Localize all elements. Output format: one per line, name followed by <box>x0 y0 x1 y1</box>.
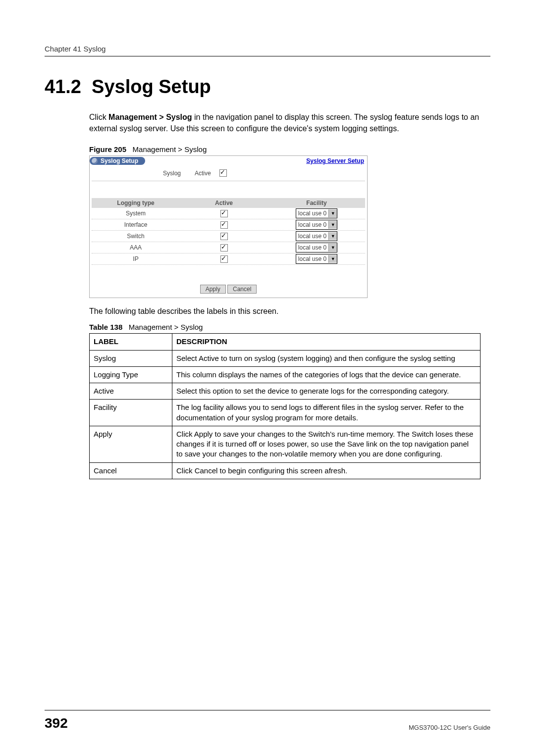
page-footer: 392 MGS3700-12C User's Guide <box>45 710 490 731</box>
section-number: 41.2 <box>45 76 81 97</box>
page-number: 392 <box>45 715 68 731</box>
cancel-button[interactable]: Cancel <box>227 285 257 294</box>
facility-select[interactable]: local use 0 ▼ <box>296 231 337 241</box>
row-name: AAA <box>92 244 180 251</box>
facility-select[interactable]: local use 0 ▼ <box>296 208 337 218</box>
table-row: Syslog Select Active to turn on syslog (… <box>90 350 481 366</box>
syslog-active-row: Syslog Active <box>92 167 365 181</box>
col-active: Active <box>180 198 268 208</box>
table-caption-text: Management > Syslog <box>129 323 203 331</box>
table-intro-text: The following table describes the labels… <box>89 307 490 316</box>
cell-desc: Click Apply to save your changes to the … <box>172 426 481 462</box>
intro-paragraph: Click Management > Syslog in the navigat… <box>89 111 490 134</box>
table-row: AAA local use 0 ▼ <box>92 242 365 253</box>
chevron-down-icon: ▼ <box>328 244 337 252</box>
row-active-checkbox[interactable] <box>220 244 228 252</box>
cell-label: Active <box>90 383 172 400</box>
cell-desc: Select Active to turn on syslog (system … <box>172 350 481 366</box>
syslog-label: Syslog <box>97 170 195 177</box>
col-logging-type: Logging type <box>92 198 180 208</box>
cell-desc: This column displays the names of the ca… <box>172 366 481 383</box>
cell-label: Facility <box>90 400 172 426</box>
table-row: Cancel Click Cancel to begin configuring… <box>90 462 481 479</box>
table-row: System local use 0 ▼ <box>92 208 365 219</box>
chevron-down-icon: ▼ <box>328 232 337 240</box>
panel-title-tab: Syslog Setup <box>90 157 145 165</box>
chevron-down-icon: ▼ <box>328 209 337 217</box>
cell-desc: Click Cancel to begin configuring this s… <box>172 462 481 479</box>
facility-value: local use 0 <box>298 232 328 240</box>
col-facility: Facility <box>268 198 365 208</box>
figure-caption: Figure 205 Management > Syslog <box>89 145 490 153</box>
logging-table: Logging type Active Facility System loca… <box>92 198 365 265</box>
facility-value: local use 0 <box>298 221 328 229</box>
row-name: Switch <box>92 233 180 240</box>
row-active-checkbox[interactable] <box>220 210 228 217</box>
cell-label: Logging Type <box>90 366 172 383</box>
table-row: IP local use 0 ▼ <box>92 253 365 265</box>
cell-desc: The log facility allows you to send logs… <box>172 400 481 426</box>
logging-table-head: Logging type Active Facility <box>92 198 365 208</box>
section-heading: 41.2 Syslog Setup <box>45 76 490 98</box>
intro-pre: Click <box>89 113 108 121</box>
figure-caption-text: Management > Syslog <box>133 145 207 153</box>
row-name: IP <box>92 255 180 262</box>
row-name: System <box>92 210 180 217</box>
cell-desc: Select this option to set the device to … <box>172 383 481 400</box>
facility-select[interactable]: local use 0 ▼ <box>296 243 337 252</box>
active-label: Active <box>195 170 219 177</box>
chevron-down-icon: ▼ <box>328 221 337 229</box>
table-header-row: LABEL DESCRIPTION <box>90 334 481 350</box>
cell-label: Syslog <box>90 350 172 366</box>
syslog-active-checkbox[interactable] <box>219 169 227 177</box>
figure-titlebar: Syslog Setup Syslog Server Setup <box>90 156 367 166</box>
row-active-checkbox[interactable] <box>220 255 228 263</box>
table-row: Switch local use 0 ▼ <box>92 231 365 242</box>
section-title-text: Syslog Setup <box>92 76 211 97</box>
apply-button[interactable]: Apply <box>200 285 226 294</box>
facility-value: local use 0 <box>298 244 328 252</box>
facility-select[interactable]: local use 0 ▼ <box>296 220 337 230</box>
guide-name: MGS3700-12C User's Guide <box>409 724 490 731</box>
th-description: DESCRIPTION <box>172 334 481 350</box>
facility-select[interactable]: local use 0 ▼ <box>296 254 337 264</box>
facility-value: local use 0 <box>298 209 328 217</box>
table-caption: Table 138 Management > Syslog <box>89 323 490 331</box>
syslog-server-setup-link[interactable]: Syslog Server Setup <box>306 157 364 164</box>
facility-value: local use 0 <box>298 255 328 263</box>
chevron-down-icon: ▼ <box>328 255 337 263</box>
description-table: LABEL DESCRIPTION Syslog Select Active t… <box>89 333 481 479</box>
cell-label: Apply <box>90 426 172 462</box>
table-caption-label: Table 138 <box>89 323 122 331</box>
panel-title-text: Syslog Setup <box>101 157 138 164</box>
table-row: Interface local use 0 ▼ <box>92 219 365 231</box>
table-row: Apply Click Apply to save your changes t… <box>90 426 481 462</box>
figure-syslog-setup: Syslog Setup Syslog Server Setup Syslog … <box>89 155 368 298</box>
nav-path: Management > Syslog <box>108 113 192 121</box>
figure-caption-label: Figure 205 <box>89 145 126 153</box>
table-row: Facility The log facility allows you to … <box>90 400 481 426</box>
row-active-checkbox[interactable] <box>220 221 228 229</box>
figure-spacer <box>90 181 367 198</box>
table-row: Active Select this option to set the dev… <box>90 383 481 400</box>
running-header: Chapter 41 Syslog <box>45 45 490 56</box>
th-label: LABEL <box>90 334 172 350</box>
cell-label: Cancel <box>90 462 172 479</box>
figure-button-row: Apply Cancel <box>90 265 367 298</box>
table-row: Logging Type This column displays the na… <box>90 366 481 383</box>
row-active-checkbox[interactable] <box>220 233 228 240</box>
row-name: Interface <box>92 221 180 228</box>
